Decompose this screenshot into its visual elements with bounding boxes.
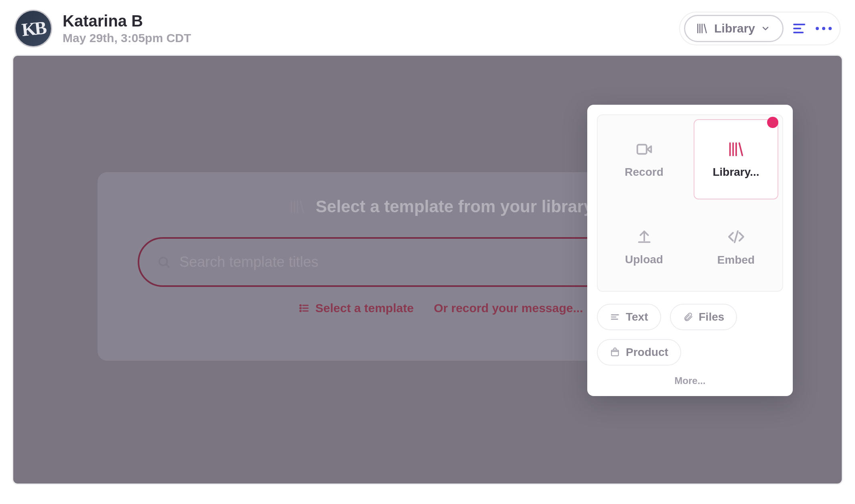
user-name: Katarina B [63,12,679,30]
modal-links: Select a template Or record your message… [299,301,583,315]
library-dropdown-label: Library [714,22,755,35]
svg-point-6 [300,311,301,312]
user-avatar[interactable]: KB [14,10,52,47]
svg-point-4 [300,308,301,309]
library-dropdown-button[interactable]: Library [684,15,784,42]
page-header: KB Katarina B May 29th, 3:05pm CDT Libra… [12,8,843,55]
svg-rect-14 [611,350,618,356]
more-menu-button[interactable] [812,24,836,33]
tile-library-label: Library... [712,166,759,179]
tile-upload-label: Upload [625,253,663,266]
code-icon [727,227,746,246]
insert-popover: Record Library... Upload [587,105,793,396]
chip-product-label: Product [626,346,668,359]
text-lines-icon [610,312,620,322]
upload-icon [635,228,653,246]
header-controls: Library [679,12,841,45]
select-template-link[interactable]: Select a template [299,301,414,315]
more-link[interactable]: More... [674,375,705,386]
insert-type-grid: Record Library... Upload [597,114,783,292]
search-icon [157,255,171,269]
chip-files-label: Files [699,311,725,323]
box-icon [610,347,620,358]
template-modal-title-text: Select a template from your library [316,197,593,216]
svg-rect-8 [637,145,646,154]
or-record-link[interactable]: Or record your message... [434,301,583,315]
video-icon [635,140,653,159]
chevron-down-icon [761,24,770,33]
post-timestamp: May 29th, 3:05pm CDT [63,31,679,45]
tile-upload[interactable]: Upload [602,207,686,287]
tile-library[interactable]: Library... [694,119,778,199]
svg-marker-9 [647,146,651,152]
tile-record-label: Record [625,166,663,179]
chip-files[interactable]: Files [670,304,737,330]
more-link-label: More... [674,375,705,386]
selected-check-badge [767,117,778,128]
select-template-label: Select a template [316,301,414,315]
content-canvas: Select a template from your library Sele… [12,55,843,485]
list-icon [299,303,310,314]
library-icon [727,140,745,159]
chip-product[interactable]: Product [597,339,681,366]
extra-chips: Text Files Product [597,304,783,366]
tile-record[interactable]: Record [602,119,686,199]
user-block: Katarina B May 29th, 3:05pm CDT [63,12,679,45]
avatar-initials: KB [20,17,46,41]
or-record-label: Or record your message... [434,301,583,315]
library-icon [289,198,306,215]
check-icon [770,119,776,126]
svg-line-10 [735,231,738,242]
tile-embed[interactable]: Embed [694,207,778,287]
text-align-icon[interactable] [791,21,804,36]
svg-line-1 [166,264,169,267]
template-modal-title: Select a template from your library [289,197,593,216]
library-icon [696,22,708,35]
tile-embed-label: Embed [717,254,755,266]
paperclip-icon [683,312,693,322]
svg-point-2 [300,305,301,306]
chip-text[interactable]: Text [597,304,661,330]
chip-text-label: Text [626,311,648,323]
